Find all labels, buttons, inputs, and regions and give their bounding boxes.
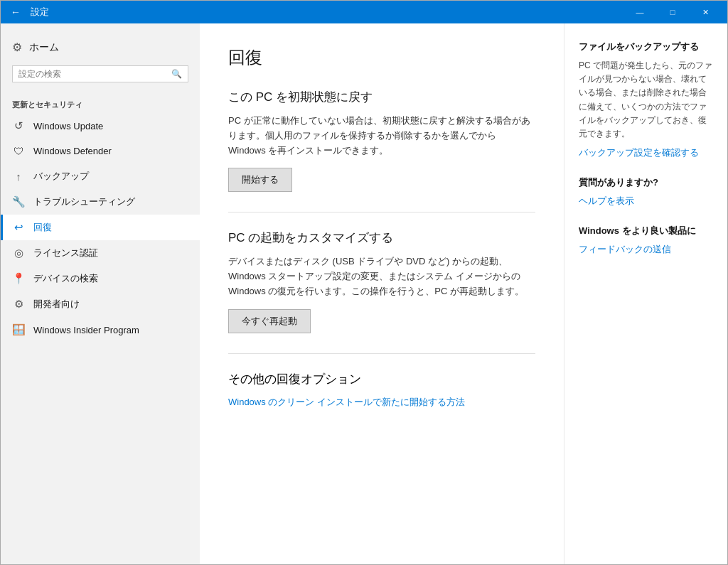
- clean-install-link[interactable]: Windows のクリーン インストールで新たに開始する方法: [228, 397, 465, 407]
- sidebar-item-home[interactable]: ⚙ ホーム: [1, 35, 200, 60]
- main-content: 回復 この PC を初期状態に戻す PC が正常に動作していない場合は、初期状態…: [200, 23, 564, 564]
- sidebar-item-backup[interactable]: ↑ バックアップ: [1, 163, 200, 189]
- content-area: ⚙ ホーム 🔍 更新とセキュリティ ↺ Windows Update 🛡 Win…: [1, 23, 727, 564]
- right-backup-title: ファイルをバックアップする: [579, 41, 713, 53]
- insider-icon: 🪟: [12, 323, 25, 336]
- sidebar-item-windows-defender[interactable]: 🛡 Windows Defender: [1, 139, 200, 163]
- right-panel: ファイルをバックアップする PC で問題が発生したら、元のファイルが見つからない…: [564, 23, 727, 564]
- sidebar-item-recovery[interactable]: ↩ 回復: [1, 215, 200, 240]
- home-label: ホーム: [29, 41, 59, 54]
- find-device-icon: 📍: [12, 272, 25, 285]
- right-section-backup: ファイルをバックアップする PC で問題が発生したら、元のファイルが見つからない…: [579, 41, 713, 159]
- page-title: 回復: [228, 46, 535, 69]
- sidebar: ⚙ ホーム 🔍 更新とセキュリティ ↺ Windows Update 🛡 Win…: [1, 23, 200, 564]
- license-icon: ◎: [12, 247, 25, 259]
- settings-window: ← 設定 — □ ✕ ⚙ ホーム 🔍 更新とセキュリティ ↺ Windows U…: [0, 0, 728, 565]
- right-section-help: 質問がありますか? ヘルプを表示: [579, 176, 713, 208]
- back-button[interactable]: ←: [6, 4, 25, 21]
- defender-icon: 🛡: [12, 145, 25, 157]
- window-controls: — □ ✕: [623, 1, 722, 23]
- recovery-icon: ↩: [12, 221, 25, 234]
- right-backup-body: PC で問題が発生したら、元のファイルが見つからない場合、壊れている場合、または…: [579, 59, 713, 141]
- sidebar-item-troubleshoot[interactable]: 🔧 トラブルシューティング: [1, 189, 200, 215]
- window-title: 設定: [31, 6, 49, 18]
- title-bar-left: ← 設定: [6, 4, 49, 21]
- sidebar-item-windows-update[interactable]: ↺ Windows Update: [1, 113, 200, 139]
- sidebar-item-label: デバイスの検索: [33, 272, 98, 285]
- sidebar-item-label: 回復: [33, 221, 52, 234]
- section1-title: この PC を初期状態に戻す: [228, 89, 535, 105]
- search-box[interactable]: 🔍: [12, 65, 188, 82]
- close-button[interactable]: ✕: [689, 1, 722, 23]
- sidebar-item-insider[interactable]: 🪟 Windows Insider Program: [1, 317, 200, 343]
- sidebar-item-label: 開発者向け: [33, 298, 80, 311]
- right-help-title: 質問がありますか?: [579, 176, 713, 189]
- search-icon: 🔍: [171, 69, 182, 79]
- update-icon: ↺: [12, 119, 25, 132]
- help-link[interactable]: ヘルプを表示: [579, 195, 634, 206]
- right-section-feedback: Windows をより良い製品に フィードバックの送信: [579, 225, 713, 256]
- sidebar-item-label: Windows Defender: [33, 146, 112, 156]
- sidebar-item-label: トラブルシューティング: [33, 195, 135, 208]
- search-input[interactable]: [18, 69, 171, 79]
- sidebar-item-label: Windows Update: [33, 121, 103, 131]
- divider1: [228, 212, 535, 212]
- developer-icon: ⚙: [12, 298, 25, 311]
- section2-body: デバイスまたはディスク (USB ドライブや DVD など) からの起動、Win…: [228, 254, 535, 298]
- maximize-button[interactable]: □: [656, 1, 689, 23]
- title-bar: ← 設定 — □ ✕: [1, 1, 727, 23]
- sidebar-item-label: Windows Insider Program: [33, 325, 139, 335]
- sidebar-item-developer[interactable]: ⚙ 開発者向け: [1, 291, 200, 317]
- sidebar-section-label: 更新とセキュリティ: [1, 94, 200, 113]
- section1-body: PC が正常に動作していない場合は、初期状態に戻すと解決する場合があります。個人…: [228, 114, 535, 158]
- backup-settings-link[interactable]: バックアップ設定を確認する: [579, 147, 699, 158]
- feedback-link[interactable]: フィードバックの送信: [579, 244, 671, 254]
- sidebar-item-label: ライセンス認証: [33, 247, 98, 259]
- minimize-button[interactable]: —: [623, 1, 656, 23]
- troubleshoot-icon: 🔧: [12, 195, 25, 208]
- right-feedback-title: Windows をより良い製品に: [579, 225, 713, 237]
- start-button[interactable]: 開始する: [228, 168, 292, 192]
- section3-title: その他の回復オプション: [228, 371, 535, 387]
- backup-icon: ↑: [12, 171, 25, 183]
- sidebar-item-label: バックアップ: [33, 170, 89, 183]
- section2-title: PC の起動をカスタマイズする: [228, 230, 535, 246]
- sidebar-item-find-device[interactable]: 📍 デバイスの検索: [1, 266, 200, 291]
- divider2: [228, 353, 535, 354]
- home-icon: ⚙: [12, 41, 22, 54]
- restart-button[interactable]: 今すぐ再起動: [228, 309, 311, 333]
- sidebar-item-license[interactable]: ◎ ライセンス認証: [1, 240, 200, 266]
